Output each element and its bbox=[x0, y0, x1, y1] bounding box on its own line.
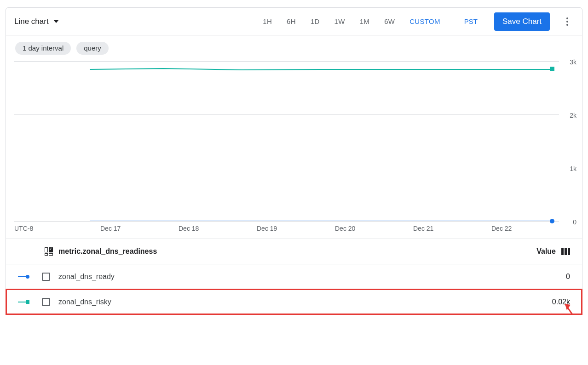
time-range-6h[interactable]: 6H bbox=[279, 14, 303, 29]
svg-marker-1 bbox=[565, 304, 571, 310]
x-tick-label: Dec 22 bbox=[491, 225, 512, 232]
x-axis-timezone: UTC-8 bbox=[14, 225, 33, 232]
y-tick-label: 3k bbox=[570, 58, 576, 66]
x-tick-label: Dec 19 bbox=[257, 225, 277, 232]
columns-icon[interactable] bbox=[561, 248, 570, 255]
y-tick-label: 1k bbox=[570, 165, 576, 172]
y-tick-label: 0 bbox=[573, 218, 576, 226]
x-tick-label: Dec 21 bbox=[413, 225, 433, 232]
x-tick-label: Dec 17 bbox=[100, 225, 121, 232]
chart-card: Line chart 1H6H1D1W1M6WCUSTOM PST Save C… bbox=[6, 7, 582, 315]
timezone-button[interactable]: PST bbox=[451, 14, 487, 29]
series-checkbox[interactable] bbox=[42, 273, 50, 281]
chip[interactable]: query bbox=[76, 42, 109, 55]
series-end-marker-ready bbox=[550, 219, 554, 223]
series-swatch bbox=[18, 300, 32, 304]
series-name: zonal_dns_ready bbox=[58, 273, 566, 281]
legend-header: ✓ metric.zonal_dns_readiness Value bbox=[6, 239, 582, 264]
more-menu-button[interactable] bbox=[553, 13, 574, 30]
series-name: zonal_dns_risky bbox=[58, 298, 552, 306]
chart-type-dropdown[interactable]: Line chart bbox=[14, 17, 59, 26]
series-value: 0 bbox=[566, 273, 570, 281]
chip[interactable]: 1 day interval bbox=[15, 42, 71, 55]
legend-value-header: Value bbox=[536, 247, 556, 256]
time-range-1h[interactable]: 1H bbox=[255, 14, 279, 29]
series-swatch bbox=[18, 275, 32, 279]
y-tick-label: 2k bbox=[570, 112, 576, 119]
legend-section: ✓ metric.zonal_dns_readiness Value zonal… bbox=[6, 239, 582, 314]
save-chart-button[interactable]: Save Chart bbox=[494, 12, 550, 31]
group-by-icon: ✓ bbox=[45, 247, 53, 256]
legend-row[interactable]: zonal_dns_ready0 bbox=[6, 264, 582, 289]
chevron-down-icon bbox=[53, 20, 59, 23]
time-range-6w[interactable]: 6W bbox=[377, 14, 402, 29]
chart-toolbar: Line chart 1H6H1D1W1M6WCUSTOM PST Save C… bbox=[6, 8, 582, 35]
chart-type-label: Line chart bbox=[14, 17, 49, 26]
series-checkbox[interactable] bbox=[42, 298, 50, 306]
time-range-custom[interactable]: CUSTOM bbox=[402, 14, 448, 29]
x-tick-label: Dec 20 bbox=[335, 225, 355, 232]
chart-plot-area[interactable]: 3k 2k 1k 0 UTC-8 Dec 17 Dec 18 Dec 19 De… bbox=[6, 59, 582, 239]
legend-row[interactable]: zonal_dns_risky0.02k bbox=[6, 289, 582, 314]
chips-row: 1 day intervalquery bbox=[6, 35, 582, 55]
time-range-group: 1H6H1D1W1M6WCUSTOM bbox=[255, 14, 448, 29]
x-tick-label: Dec 18 bbox=[179, 225, 199, 232]
chart-series-ready bbox=[90, 221, 552, 221]
time-range-1w[interactable]: 1W bbox=[327, 14, 352, 29]
series-end-marker-risky bbox=[550, 67, 554, 71]
annotation-arrow-icon bbox=[562, 301, 586, 315]
chart-series-risky bbox=[90, 66, 550, 75]
legend-group-label: metric.zonal_dns_readiness bbox=[58, 247, 157, 256]
time-range-1d[interactable]: 1D bbox=[303, 14, 327, 29]
time-range-1m[interactable]: 1M bbox=[352, 14, 377, 29]
